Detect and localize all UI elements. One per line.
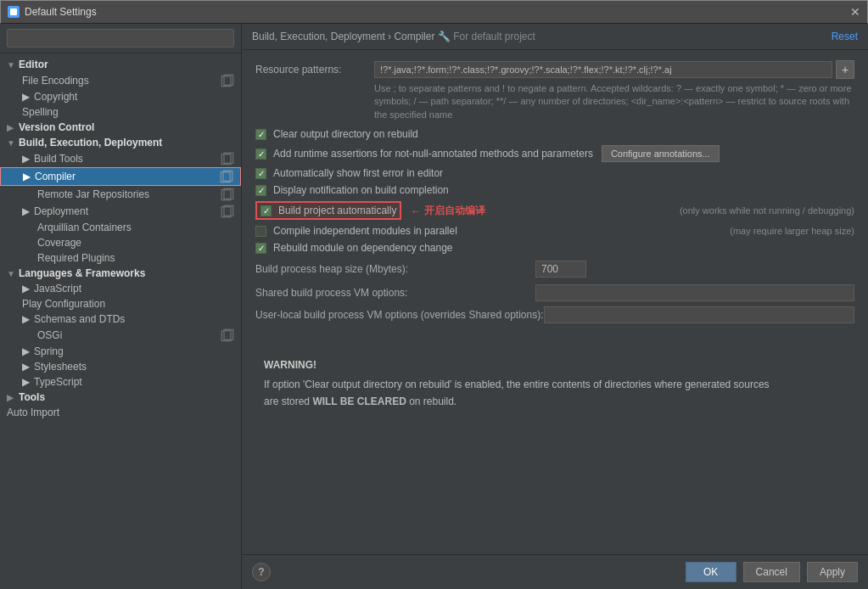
sidebar-item-label: Deployment: [34, 205, 221, 217]
expand-arrow: ▶: [22, 376, 34, 388]
checkbox-display-notification-label: Display notification on build completion: [273, 184, 449, 196]
heap-size-input[interactable]: [535, 261, 586, 278]
sidebar-item-stylesheets[interactable]: ▶ Stylesheets: [0, 359, 241, 374]
expand-arrow: ▼: [7, 269, 19, 278]
resource-patterns-input[interactable]: [374, 61, 832, 78]
main-layout: ▼ Editor File Encodings ▶ Copyright Spel…: [0, 24, 868, 589]
configure-annotations-button[interactable]: Configure annotations...: [602, 145, 720, 162]
sidebar-item-label: Languages & Frameworks: [19, 267, 234, 279]
sidebar-item-label: Arquillian Containers: [37, 222, 234, 233]
checkbox-build-auto-input[interactable]: [260, 205, 272, 216]
sidebar-item-label: File Encodings: [22, 75, 221, 87]
breadcrumb: Build, Execution, Deployment › Compiler …: [252, 31, 535, 42]
bottom-bar: ? OK Cancel Apply: [242, 554, 868, 589]
expand-arrow: ▶: [7, 123, 19, 132]
resource-patterns-row: Resource patterns: +: [255, 60, 854, 79]
bottom-left: ?: [252, 563, 271, 581]
sidebar-item-label: JavaScript: [34, 283, 234, 294]
sidebar-item-label: Remote Jar Repositories: [37, 188, 221, 200]
expand-arrow: ▶: [22, 313, 34, 325]
sidebar-item-play-config[interactable]: Play Configuration: [0, 296, 241, 311]
sidebar-item-typescript[interactable]: ▶ TypeScript: [0, 374, 241, 390]
sidebar-item-label: Copyright: [34, 91, 234, 103]
checkbox-runtime-assertions-label: Add runtime assertions for not-null-anno…: [273, 148, 593, 160]
sidebar-item-required-plugins[interactable]: Required Plugins: [0, 250, 241, 266]
breadcrumb-section: Compiler: [394, 31, 434, 42]
sidebar-item-build-exec-deploy[interactable]: ▼ Build, Execution, Deployment: [0, 135, 241, 150]
sidebar-item-javascript[interactable]: ▶ JavaScript: [0, 281, 241, 296]
sidebar-item-remote-jar[interactable]: Remote Jar Repositories: [0, 186, 241, 203]
ok-button[interactable]: OK: [686, 562, 736, 582]
content-body: Resource patterns: + Use ; to separate p…: [242, 50, 868, 554]
annotation-arrow: ← 开启自动编译: [410, 204, 485, 218]
shared-vm-options-row: Shared build process VM options:: [255, 284, 854, 301]
copy-icon: [221, 205, 234, 218]
cancel-button[interactable]: Cancel: [743, 562, 800, 582]
breadcrumb-icon: 🔧: [438, 31, 453, 42]
add-resource-button[interactable]: +: [836, 60, 854, 79]
heap-size-row: Build process heap size (Mbytes):: [255, 261, 854, 278]
shared-vm-options-label: Shared build process VM options:: [255, 287, 535, 299]
checkbox-show-first-error-input[interactable]: [255, 168, 266, 179]
compile-parallel-note: (may require larger heap size): [730, 226, 854, 236]
content-header: Build, Execution, Deployment › Compiler …: [242, 24, 868, 50]
breadcrumb-suffix: For default project: [453, 31, 535, 42]
sidebar-item-build-tools[interactable]: ▶ Build Tools: [0, 150, 241, 167]
sidebar-item-auto-import[interactable]: Auto Import: [0, 405, 241, 420]
checkbox-display-notification-input[interactable]: [255, 185, 266, 196]
checkbox-build-auto: Build project automatically: [255, 201, 401, 220]
close-button[interactable]: ✕: [850, 5, 860, 19]
sidebar-item-copyright[interactable]: ▶ Copyright: [0, 89, 241, 104]
shared-vm-options-input[interactable]: [535, 284, 854, 301]
user-local-vm-options-row: User-local build process VM options (ove…: [255, 306, 854, 323]
checkbox-display-notification: Display notification on build completion: [255, 184, 854, 196]
checkbox-rebuild-dependency-input[interactable]: [255, 243, 266, 254]
checkbox-runtime-assertions: Add runtime assertions for not-null-anno…: [255, 145, 854, 162]
sidebar-tree: ▼ Editor File Encodings ▶ Copyright Spel…: [0, 53, 241, 589]
sidebar-item-compiler[interactable]: ▶ Compiler: [0, 167, 241, 186]
sidebar-item-editor[interactable]: ▼ Editor: [0, 57, 241, 72]
checkbox-clear-output-input[interactable]: [255, 129, 266, 140]
sidebar-item-coverage[interactable]: Coverage: [0, 235, 241, 250]
user-local-vm-options-input[interactable]: [544, 306, 855, 323]
help-button[interactable]: ?: [252, 563, 271, 581]
copy-icon: [221, 152, 234, 165]
expand-arrow: ▶: [22, 153, 34, 165]
sidebar-item-label: Required Plugins: [37, 252, 234, 264]
sidebar-item-version-control[interactable]: ▶ Version Control: [0, 120, 241, 135]
sidebar-item-label: Spelling: [22, 106, 234, 118]
checkbox-runtime-assertions-input[interactable]: [255, 149, 266, 160]
expand-arrow: ▼: [7, 60, 19, 70]
warning-title: WARNING!: [264, 357, 846, 373]
apply-button[interactable]: Apply: [807, 562, 858, 582]
checkbox-compile-parallel-label: Compile independent modules in parallel: [273, 225, 457, 237]
bottom-right: OK Cancel Apply: [686, 562, 858, 582]
build-auto-note: (only works while not running / debuggin…: [680, 205, 854, 216]
sidebar-item-osgi[interactable]: OSGi: [0, 327, 241, 344]
sidebar-item-label: Tools: [19, 391, 234, 403]
checkbox-compile-parallel-input[interactable]: [255, 226, 266, 237]
sidebar-item-languages-frameworks[interactable]: ▼ Languages & Frameworks: [0, 266, 241, 281]
sidebar-item-label: Build, Execution, Deployment: [19, 137, 234, 149]
sidebar-item-schemas-dtds[interactable]: ▶ Schemas and DTDs: [0, 311, 241, 327]
copy-icon: [221, 188, 234, 201]
sidebar-item-label: Auto Import: [7, 407, 234, 418]
content-area: Build, Execution, Deployment › Compiler …: [242, 24, 868, 589]
search-input[interactable]: [7, 29, 234, 48]
sidebar-item-label: Version Control: [19, 121, 234, 133]
sidebar-item-spelling[interactable]: Spelling: [0, 104, 241, 120]
sidebar-item-tools[interactable]: ▶ Tools: [0, 390, 241, 405]
title-bar: Default Settings ✕: [0, 0, 868, 24]
sidebar-item-deployment[interactable]: ▶ Deployment: [0, 203, 241, 220]
expand-arrow: ▶: [7, 393, 19, 402]
sidebar-item-label: TypeScript: [34, 376, 234, 388]
sidebar-item-spring[interactable]: ▶ Spring: [0, 344, 241, 359]
heap-size-label: Build process heap size (Mbytes):: [255, 263, 535, 275]
sidebar-item-arquillian[interactable]: Arquillian Containers: [0, 220, 241, 235]
expand-arrow: ▶: [22, 345, 34, 357]
warning-text: If option 'Clear output directory on reb…: [264, 377, 846, 409]
reset-link[interactable]: Reset: [832, 31, 858, 42]
sidebar-item-file-encodings[interactable]: File Encodings: [0, 72, 241, 89]
checkbox-rebuild-dependency-label: Rebuild module on dependency change: [273, 242, 453, 254]
checkbox-rebuild-dependency: Rebuild module on dependency change: [255, 242, 854, 254]
